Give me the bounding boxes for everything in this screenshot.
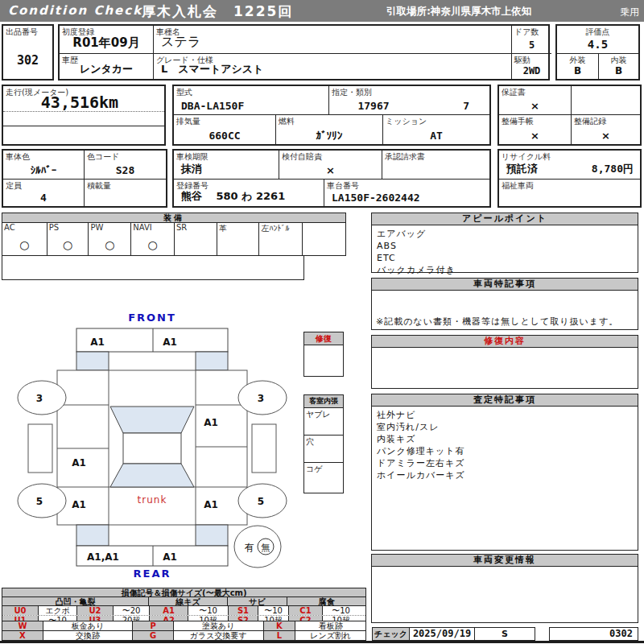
legend-label: 看板跡 — [295, 621, 365, 630]
displacement-cell: 排気量 660CC — [174, 114, 275, 144]
repair-mini-box: 修復 — [303, 332, 344, 377]
approval-cell: 承認請求書 — [382, 151, 489, 179]
displacement-label: 排気量 — [176, 116, 200, 127]
score-label: 評価点 — [557, 27, 638, 38]
interior-cell: 内装 B — [598, 53, 638, 79]
legend-code: A1 — [150, 606, 188, 615]
vehicle-notes-note: ※記載のない書類・機器等は無しとして取り扱います。 — [376, 316, 618, 328]
recycle-fee: 8,780円 — [592, 162, 634, 176]
bottom-rule — [0, 641, 644, 643]
front-label: FRONT — [128, 312, 176, 324]
equip-cell-lhd: 左ﾊﾝﾄﾞﾙ — [259, 223, 303, 255]
score-box: 評価点 4.5 外装 B 内装 B — [555, 24, 640, 80]
legend-label: 交換跡 — [43, 631, 134, 640]
equip-cell-pw: PW ○ — [89, 223, 131, 255]
history-cell: 車歴 レンタカー — [60, 53, 153, 79]
drive-value: 2WD — [512, 65, 551, 76]
legend-group-scratch: 線キズ — [149, 597, 228, 605]
legend-code: U0 — [2, 606, 39, 615]
color-code-label: 色コード — [87, 151, 119, 163]
legend-label: 塗装あり — [174, 621, 264, 630]
check-label: チェック — [373, 628, 410, 640]
change-info-title: 車両変更情報 — [372, 555, 638, 567]
appeal-title: アピールポイント — [372, 213, 638, 225]
wheel-mark: 3 — [36, 393, 43, 404]
exterior-cell: 外装 B — [557, 53, 598, 79]
first-reg-value: R01年09月 — [60, 35, 153, 51]
change-info-panel: 車両変更情報 — [371, 554, 638, 623]
maintenance-record-cell: 整備記録 × — [571, 114, 640, 144]
assessment-line: ドアミラー左右キズ — [377, 457, 633, 469]
damage-mark: A1 — [72, 457, 86, 469]
front-fender-left — [76, 352, 109, 370]
side-step-right — [252, 424, 276, 473]
damage-mark: A1 — [163, 551, 177, 563]
car-damage-diagram: FRONT A1 A1 3 3 5 5 A1 — [0, 310, 306, 588]
doors-value: 5 — [512, 39, 551, 51]
equip-cell-navi: NAVI ○ — [131, 223, 175, 255]
warranty-cell: 保証書 × — [499, 86, 571, 114]
auction-sheet: Condition Check 厚木入札会 1225回 引取場所:神奈川県厚木市… — [0, 0, 644, 644]
maintenance-record-value: × — [572, 130, 640, 142]
welfare-cell: 福祉車両 — [499, 179, 640, 206]
class-cell: 指定・類別 17967 7 — [328, 86, 489, 114]
legend-size: エクボ — [39, 606, 77, 615]
check-row: チェック 2025/09/19 S — [372, 627, 535, 641]
damage-mark: A1 — [204, 499, 218, 510]
model-code-label: 型式 — [176, 87, 192, 98]
cabin-box: 客室内張 ヤブレ 穴 コゲ — [303, 394, 344, 493]
vehicle-category: 乗用 — [620, 6, 639, 19]
displacement-value: 660CC — [174, 130, 275, 142]
assessment-title: 査定特記事項 — [372, 394, 638, 407]
damage-mark: A1 — [72, 499, 86, 510]
spare-yes-label: 有 — [244, 542, 254, 553]
model-name-cell: 車種名 ステラ — [153, 26, 511, 53]
equip-cell-ps: PS ○ — [47, 223, 89, 255]
legend-code: W — [2, 621, 43, 630]
inspection-cell: 車検期限 抹消 — [174, 151, 279, 179]
repair-detail-title: 修復内容 — [372, 336, 638, 348]
body-color-cell: 車体色 ｼﾙﾊﾞｰ — [3, 151, 84, 179]
trunk-label: trunk — [138, 494, 167, 506]
cabin-row-burn: コゲ — [304, 463, 343, 493]
mileage-value: 43,516km — [3, 93, 156, 112]
model-code-cell: 型式 DBA-LA150F — [174, 86, 328, 114]
insurance-cell: 検付自賠責 × — [279, 151, 382, 179]
legend-title: 損傷記号＆損傷サイズ(〜最大cm) — [2, 588, 365, 597]
exterior-value: B — [557, 65, 598, 76]
load-cell: 積載量 — [84, 179, 166, 206]
doors-cell: ドア数 5 — [511, 26, 551, 53]
class-number: 17967 — [337, 100, 410, 112]
mission-label: ミッション — [386, 116, 427, 127]
cabin-row-tear: ヤブレ — [304, 408, 343, 436]
legend-group-rust: サビ — [228, 597, 288, 605]
spec-box: 型式 DBA-LA150F 指定・類別 17967 7 排気量 660CC 燃料… — [172, 85, 491, 146]
damage-legend-table: 損傷記号＆損傷サイズ(〜最大cm) 凸凹・亀裂 線キズ サビ 腐食 U0 エクボ… — [2, 588, 366, 625]
legend-code: K — [264, 621, 296, 630]
equipment-empty-row — [2, 255, 304, 280]
spare-no-label: 無 — [262, 543, 270, 553]
wheel-mark: 5 — [258, 496, 264, 507]
class-sub-number: 7 — [463, 100, 469, 112]
color-code-cell: 色コード S28 — [84, 151, 166, 179]
legend-group-corrosion: 腐食 — [287, 597, 365, 605]
legend-code: L — [264, 631, 296, 640]
class-label: 指定・類別 — [332, 87, 372, 98]
legend-size: 〜10 — [188, 606, 229, 615]
damage-mark: A1 — [163, 336, 177, 348]
equip-cell-extra — [303, 223, 345, 255]
load-label: 積載量 — [87, 180, 111, 192]
pickup-location: 引取場所:神奈川県厚木市上依知 — [386, 5, 531, 19]
legend-code: U2 — [77, 606, 114, 615]
model-name-value: ステラ — [154, 34, 511, 51]
chassis-label: 車台番号 — [327, 180, 359, 192]
check-inspector: S — [475, 628, 535, 640]
body-color-value: ｼﾙﾊﾞｰ — [3, 164, 84, 176]
interior-label: 内装 — [599, 55, 638, 66]
vehicle-notes-title: 車両特記事項 — [372, 279, 638, 291]
first-reg-cell: 初度登録 R01年09月 — [60, 26, 153, 53]
interior-value: B — [599, 65, 638, 76]
score-value: 4.5 — [557, 38, 638, 51]
cabin-title: 客室内張 — [304, 395, 343, 408]
body-color-label: 車体色 — [6, 151, 30, 163]
